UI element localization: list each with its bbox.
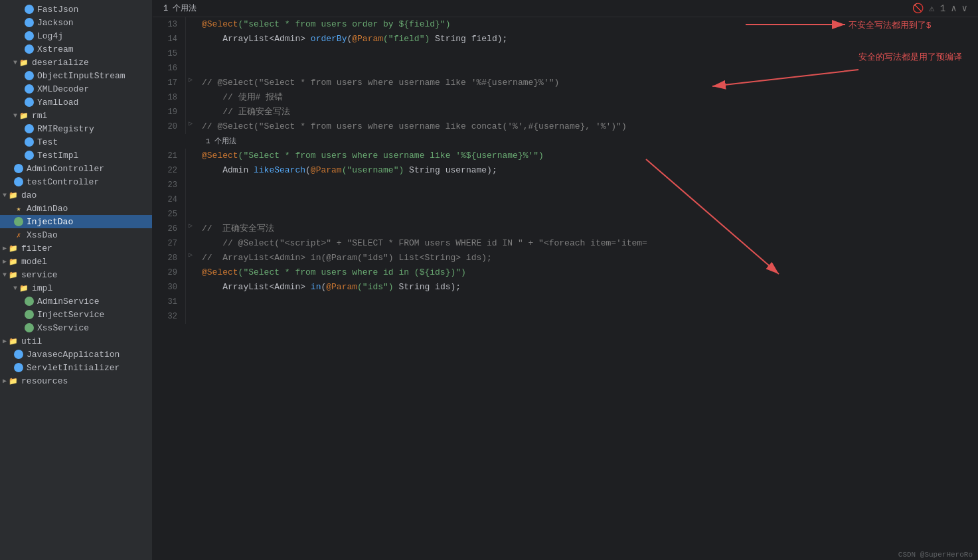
line-content: @Select("select * from users order by ${… [195, 17, 978, 32]
line-content: // 正确安全写法 [195, 105, 978, 119]
token: Admin [202, 165, 254, 175]
class-icon [13, 216, 24, 227]
class-icon [24, 150, 35, 161]
sidebar-item-label: YamlLoad [37, 98, 149, 107]
sidebar-item-label: ServletInitializer [27, 363, 149, 373]
class-icon [13, 349, 24, 360]
line-number: 14 [153, 32, 186, 46]
code-line-29: 29@Select("Select * from users where id … [153, 265, 978, 280]
sidebar-item-resources[interactable]: ▶📁resources [0, 374, 152, 387]
sidebar-item-rmi[interactable]: ▼📁rmi [0, 109, 152, 122]
code-line-18: 18 // 使用# 报错 [153, 90, 978, 105]
code-line-22: 22 Admin likeSearch(@Param("username") S… [153, 163, 978, 178]
sidebar-item-admin-service[interactable]: AdminService [0, 295, 152, 308]
line-content: ArrayList<Admin> in(@Param("ids") String… [195, 280, 978, 295]
line-marker: ▷ [186, 76, 195, 84]
token: // @Select("Select * from users where us… [202, 121, 627, 131]
sidebar-item-rmi-registry[interactable]: RMIRegistry [0, 122, 152, 135]
sidebar-item-inject-dao[interactable]: InjectDao [0, 215, 152, 228]
sidebar-item-filter[interactable]: ▶📁filter [0, 242, 152, 255]
line-number: 17 [153, 76, 186, 90]
sidebar-item-admin-controller[interactable]: AdminController [0, 162, 152, 175]
folder-icon: 📁 [19, 283, 29, 293]
sidebar-item-xss-service[interactable]: XssService [0, 321, 152, 334]
line-content: 1 个用法 [195, 134, 978, 149]
class-icon [24, 17, 35, 28]
token: in [311, 282, 321, 292]
eye-off-icon[interactable]: 🚫 [912, 3, 924, 14]
code-line-26: 26▷// 正确安全写法 [153, 222, 978, 236]
code-line-32: 32 [153, 309, 978, 324]
folder-icon: 📁 [8, 256, 19, 267]
sidebar-item-label: testController [27, 177, 149, 187]
line-content: // @Select("Select * from users where us… [195, 119, 978, 134]
code-line-17: 17▷// @Select("Select * from users where… [153, 76, 978, 90]
expand-icon[interactable]: ∧ [951, 3, 956, 14]
sidebar-item-label: InjectService [37, 310, 149, 320]
folder-icon: 📁 [8, 336, 19, 346]
folder-icon: 📁 [8, 190, 19, 200]
sidebar-item-jackson[interactable]: Jackson [0, 16, 152, 29]
line-marker: ▷ [186, 251, 195, 259]
token: ( [305, 165, 311, 175]
line-content: @Select("Select * from users where id in… [195, 265, 978, 280]
sidebar-item-deserialize[interactable]: ▼📁deserialize [0, 56, 152, 69]
bottom-bar: CSDN @SuperHeroRo [893, 549, 978, 560]
class-icon [24, 322, 35, 333]
code-line-13: 13@Select("select * from users order by … [153, 17, 978, 32]
line-number: 23 [153, 178, 186, 192]
code-line-25: 25 [153, 207, 978, 222]
editor-header: 1 个用法 🚫 ⚠ 1 ∧ ∨ [153, 0, 978, 17]
code-line-20: 20▷// @Select("Select * from users where… [153, 119, 978, 134]
sidebar-item-util[interactable]: ▶📁util [0, 334, 152, 348]
sidebar-item-label: XMLDecoder [37, 84, 149, 94]
sidebar-item-impl[interactable]: ▼📁impl [0, 281, 152, 295]
code-line-19: 19 // 正确安全写法 [153, 105, 978, 119]
sidebar-item-label: dao [21, 190, 149, 200]
sidebar-item-xss-dao[interactable]: ✗XssDao [0, 228, 152, 242]
code-line-21: 21@Select("Select * from users where use… [153, 149, 978, 163]
line-number: 15 [153, 46, 186, 61]
sidebar-item-inject-service[interactable]: InjectService [0, 308, 152, 321]
line-number: 20 [153, 119, 186, 134]
class-icon [13, 163, 24, 174]
token: likeSearch [254, 165, 305, 175]
sidebar-item-xml-decoder[interactable]: XMLDecoder [0, 82, 152, 96]
sidebar-item-yaml-load[interactable]: YamlLoad [0, 96, 152, 109]
line-content: // 使用# 报错 [195, 90, 978, 105]
sidebar-item-fast-json[interactable]: FastJson [0, 3, 152, 16]
sidebar-item-admin-dao[interactable]: ★AdminDao [0, 202, 152, 215]
token: @Select [202, 267, 238, 277]
token: @Param [311, 165, 342, 175]
code-line-30: 30 ArrayList<Admin> in(@Param("ids") Str… [153, 280, 978, 295]
x-icon: ✗ [13, 230, 24, 240]
warning-icon: ⚠ 1 [929, 3, 945, 14]
sidebar-item-model[interactable]: ▶📁model [0, 255, 152, 268]
sidebar-item-javasec-application[interactable]: JavasecApplication [0, 348, 152, 361]
token: ArrayList<Admin> [202, 34, 311, 44]
sidebar-item-test-impl[interactable]: TestImpl [0, 149, 152, 162]
sidebar-item-servlet-initializer[interactable]: ServletInitializer [0, 361, 152, 374]
line-number: 18 [153, 90, 186, 105]
code-line-28: 28▷// ArrayList<Admin> in(@Param("ids") … [153, 251, 978, 265]
sidebar-item-test-controller[interactable]: testController [0, 175, 152, 188]
line-content: Admin likeSearch(@Param("username") Stri… [195, 163, 978, 178]
token: ("field") [383, 34, 430, 44]
sidebar-item-label: filter [21, 244, 149, 253]
class-icon [24, 44, 35, 54]
token: ("Select * from users where id in (${ids… [238, 267, 466, 277]
code-line-14: 14 ArrayList<Admin> orderBy(@Param("fiel… [153, 32, 978, 46]
sidebar-item-log4j[interactable]: Log4j [0, 29, 152, 42]
line-number: 30 [153, 280, 186, 295]
sidebar-item-test[interactable]: Test [0, 135, 152, 149]
folder-arrow-icon: ▶ [3, 257, 7, 265]
sidebar-item-xstream[interactable]: Xstream [0, 42, 152, 56]
sidebar-item-label: impl [32, 283, 149, 293]
sidebar-item-object-input-stream[interactable]: ObjectInputStream [0, 69, 152, 82]
sidebar-item-service[interactable]: ▼📁service [0, 268, 152, 281]
sidebar-item-label: ObjectInputStream [37, 71, 149, 81]
collapse-icon[interactable]: ∨ [962, 3, 967, 14]
folder-arrow-icon: ▶ [3, 377, 7, 385]
sidebar-item-dao[interactable]: ▼📁dao [0, 188, 152, 202]
token: // 正确安全写法 [202, 224, 274, 234]
